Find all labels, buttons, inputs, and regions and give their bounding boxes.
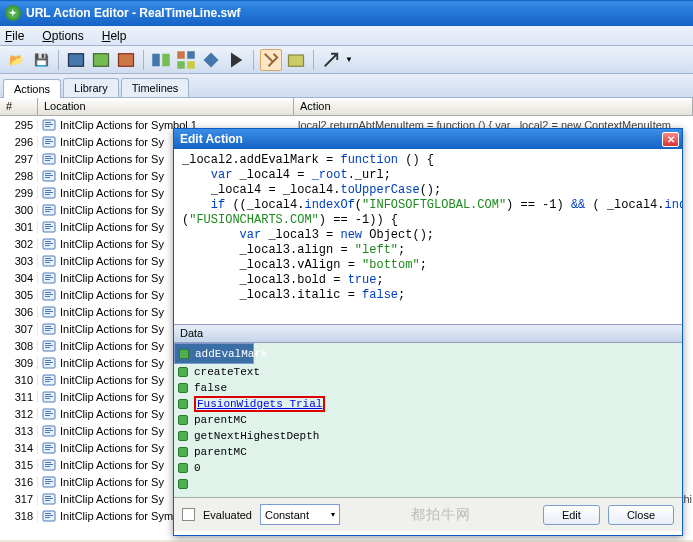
- data-row[interactable]: 0: [174, 460, 682, 476]
- separator: [58, 50, 59, 70]
- code-pane[interactable]: _local2.addEvalMark = function () { var …: [174, 149, 682, 325]
- external-icon[interactable]: [320, 49, 342, 71]
- script-icon: [42, 424, 56, 438]
- data-row[interactable]: [174, 476, 682, 492]
- svg-rect-48: [45, 277, 53, 278]
- tool-btn-3[interactable]: [115, 49, 137, 71]
- data-text: FusionWidgets Trial: [194, 398, 332, 410]
- svg-rect-71: [45, 377, 51, 378]
- svg-rect-100: [45, 498, 53, 499]
- type-select[interactable]: Constant ▾: [260, 504, 340, 525]
- bullet-icon: [178, 431, 188, 441]
- tab-actions[interactable]: Actions: [3, 79, 61, 98]
- svg-rect-40: [45, 243, 53, 244]
- svg-rect-8: [187, 61, 195, 69]
- evaluated-checkbox[interactable]: [182, 508, 195, 521]
- script-icon: [42, 322, 56, 336]
- tool-btn-1[interactable]: [65, 49, 87, 71]
- svg-rect-91: [45, 462, 51, 463]
- play-icon[interactable]: [225, 49, 247, 71]
- bullet-icon: [178, 447, 188, 457]
- script-icon: [42, 186, 56, 200]
- data-text: parentMC: [194, 414, 247, 426]
- separator: [313, 50, 314, 70]
- dialog-titlebar[interactable]: Edit Action ✕: [174, 129, 682, 149]
- svg-rect-77: [45, 398, 50, 399]
- script-icon: [42, 220, 56, 234]
- tool-btn-2[interactable]: [90, 49, 112, 71]
- data-text: false: [194, 382, 227, 394]
- svg-rect-9: [289, 55, 304, 66]
- close-button[interactable]: Close: [608, 505, 674, 525]
- svg-rect-11: [45, 122, 51, 123]
- row-num: 307: [0, 323, 38, 335]
- script-icon: [42, 237, 56, 251]
- data-row[interactable]: false: [174, 380, 682, 396]
- menu-options[interactable]: Options: [42, 29, 83, 43]
- svg-rect-5: [177, 51, 185, 59]
- svg-rect-61: [45, 330, 50, 331]
- svg-rect-72: [45, 379, 53, 380]
- svg-rect-60: [45, 328, 53, 329]
- tool-btn-8[interactable]: [285, 49, 307, 71]
- edit-button[interactable]: Edit: [543, 505, 600, 525]
- col-action[interactable]: Action: [294, 98, 693, 115]
- script-icon: [42, 373, 56, 387]
- svg-rect-105: [45, 517, 50, 518]
- toolbar: 📂 💾 ▼: [0, 46, 693, 74]
- svg-rect-39: [45, 241, 51, 242]
- col-location[interactable]: Location: [38, 98, 294, 115]
- tab-timelines[interactable]: Timelines: [121, 78, 190, 97]
- row-num: 298: [0, 170, 38, 182]
- svg-rect-95: [45, 479, 51, 480]
- script-icon: [42, 441, 56, 455]
- script-icon: [42, 135, 56, 149]
- data-row[interactable]: getNextHighestDepth: [174, 428, 682, 444]
- tool-btn-6[interactable]: [200, 49, 222, 71]
- svg-rect-57: [45, 313, 50, 314]
- svg-rect-85: [45, 432, 50, 433]
- tool-btn-5[interactable]: [175, 49, 197, 71]
- svg-rect-92: [45, 464, 53, 465]
- row-num: 316: [0, 476, 38, 488]
- open-icon[interactable]: 📂: [5, 49, 27, 71]
- svg-rect-97: [45, 483, 50, 484]
- svg-rect-87: [45, 445, 51, 446]
- data-row[interactable]: createText: [174, 364, 682, 380]
- tool-btn-7[interactable]: [260, 49, 282, 71]
- svg-rect-44: [45, 260, 53, 261]
- window-titlebar: ✦ URL Action Editor - RealTimeLine.swf: [0, 0, 693, 26]
- dropdown-arrow-icon[interactable]: ▼: [345, 55, 353, 64]
- svg-rect-96: [45, 481, 53, 482]
- watermark: 都拍牛网: [348, 506, 535, 524]
- row-num: 303: [0, 255, 38, 267]
- save-icon[interactable]: 💾: [30, 49, 52, 71]
- data-row[interactable]: parentMC: [174, 412, 682, 428]
- row-num: 304: [0, 272, 38, 284]
- svg-rect-83: [45, 428, 51, 429]
- row-num: 310: [0, 374, 38, 386]
- svg-rect-76: [45, 396, 53, 397]
- data-row[interactable]: FusionWidgets Trial: [174, 396, 682, 412]
- svg-rect-16: [45, 141, 53, 142]
- script-icon: [42, 390, 56, 404]
- menu-file[interactable]: File: [5, 29, 24, 43]
- data-row[interactable]: addEvalMark: [174, 343, 254, 364]
- row-num: 299: [0, 187, 38, 199]
- close-icon[interactable]: ✕: [662, 132, 679, 147]
- col-num[interactable]: #: [0, 98, 38, 115]
- svg-rect-31: [45, 207, 51, 208]
- svg-rect-59: [45, 326, 51, 327]
- data-text: parentMC: [194, 446, 247, 458]
- separator: [143, 50, 144, 70]
- svg-rect-103: [45, 513, 51, 514]
- menu-help[interactable]: Help: [102, 29, 127, 43]
- svg-rect-32: [45, 209, 53, 210]
- bullet-icon: [178, 463, 188, 473]
- tool-btn-4[interactable]: [150, 49, 172, 71]
- data-row[interactable]: parentMC: [174, 444, 682, 460]
- svg-rect-81: [45, 415, 50, 416]
- svg-rect-24: [45, 175, 53, 176]
- data-pane[interactable]: addEvalMarkcreateTextfalseFusionWidgets …: [174, 343, 682, 497]
- tab-library[interactable]: Library: [63, 78, 119, 97]
